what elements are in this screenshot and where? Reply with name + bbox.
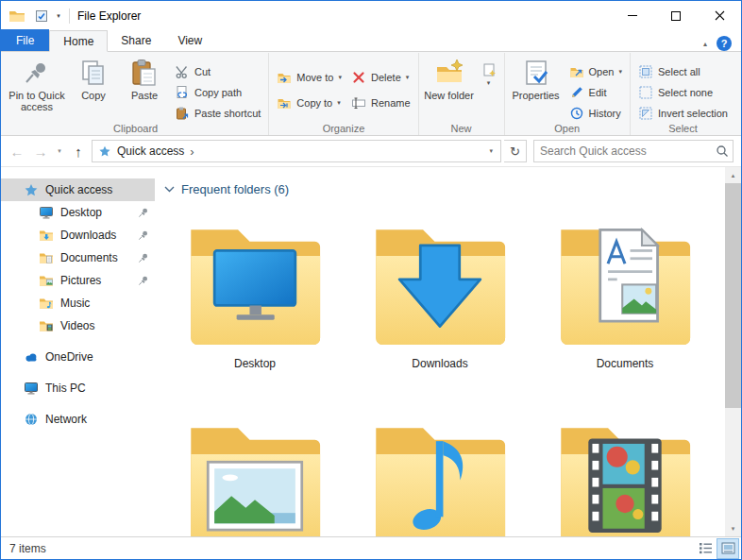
move-to-button[interactable]: Move to ▾: [272, 67, 346, 88]
new-item-button[interactable]: ▾: [477, 55, 501, 87]
scroll-up-button[interactable]: ▴: [725, 167, 741, 183]
desktop-icon: [39, 205, 54, 220]
select-group-label: Select: [631, 123, 735, 134]
folder-tile-downloads[interactable]: Downloads: [347, 212, 532, 370]
tile-label: Downloads: [412, 357, 467, 370]
history-button[interactable]: History: [565, 103, 627, 124]
window-title: File Explorer: [77, 9, 141, 23]
sidebar-item-quick-access[interactable]: Quick access: [1, 178, 155, 201]
open-button[interactable]: Open ▾: [565, 61, 627, 82]
folder-tile-videos[interactable]: Videos: [532, 410, 717, 536]
open-group-label: Open: [505, 123, 630, 134]
scrollbar-track[interactable]: [725, 183, 741, 520]
details-view-button[interactable]: [695, 539, 716, 558]
refresh-button[interactable]: ↻: [504, 140, 527, 162]
ribbon-group-select: Select all Select none Invert selection …: [631, 53, 735, 135]
maximize-button[interactable]: [654, 1, 698, 30]
sidebar-item-label: Network: [45, 413, 87, 426]
select-none-button[interactable]: Select none: [633, 82, 733, 103]
clipboard-group-label: Clipboard: [3, 123, 268, 134]
folder-tile-pictures[interactable]: Pictures: [162, 410, 347, 536]
group-collapse-chevron-icon: [164, 186, 175, 193]
help-button[interactable]: ?: [717, 36, 732, 51]
move-to-icon: [277, 70, 292, 85]
status-bar: 7 items: [1, 536, 741, 559]
sidebar-item-this-pc[interactable]: This PC: [1, 377, 155, 399]
qat-customize-dropdown[interactable]: ▾: [52, 12, 65, 20]
downloads-folder-icon: [39, 228, 54, 243]
scroll-down-button[interactable]: ▾: [725, 520, 741, 536]
sidebar-item-label: Downloads: [60, 229, 116, 242]
cut-label: Cut: [194, 66, 211, 77]
invert-selection-button[interactable]: Invert selection: [633, 103, 733, 124]
large-icons-view-button[interactable]: [717, 539, 738, 558]
select-all-button[interactable]: Select all: [633, 61, 733, 82]
sidebar-item-desktop[interactable]: Desktop: [1, 201, 155, 224]
pin-icon: [22, 58, 52, 88]
large-icons-view-icon: [721, 542, 735, 554]
copy-icon: [78, 58, 109, 88]
open-icon: [569, 64, 584, 79]
up-button[interactable]: ↑: [68, 144, 89, 160]
back-button[interactable]: ←: [7, 144, 27, 160]
folder-tile-music[interactable]: Music: [347, 410, 532, 536]
minimize-button[interactable]: [611, 1, 654, 30]
vertical-scrollbar[interactable]: ▴ ▾: [725, 167, 741, 536]
copy-path-button[interactable]: Copy path: [170, 82, 265, 103]
invert-selection-icon: [638, 106, 653, 121]
close-button[interactable]: [698, 1, 741, 30]
tab-file[interactable]: File: [1, 29, 49, 51]
folder-tile-documents[interactable]: Documents: [532, 212, 717, 370]
delete-button[interactable]: Delete ▾: [346, 67, 415, 88]
paste-shortcut-button[interactable]: Paste shortcut: [170, 103, 265, 124]
sidebar-item-label: Quick access: [45, 183, 112, 196]
paste-button[interactable]: Paste: [119, 55, 170, 101]
new-folder-button[interactable]: New folder: [422, 55, 477, 101]
properties-button[interactable]: Properties: [508, 55, 565, 101]
sidebar-item-documents[interactable]: Documents: [1, 246, 155, 269]
organize-group-label: Organize: [269, 123, 417, 134]
folder-tile-desktop[interactable]: Desktop: [162, 212, 347, 370]
qat-properties-button[interactable]: [31, 6, 52, 26]
select-none-label: Select none: [658, 87, 713, 98]
content-area: Frequent folders (6) Desktop: [155, 167, 725, 536]
documents-folder-icon: [553, 212, 697, 355]
pin-to-quick-access-button[interactable]: Pin to Quick access: [6, 55, 68, 112]
ribbon-group-new: New folder ▾ New: [419, 53, 505, 135]
search-input[interactable]: [534, 144, 712, 158]
rename-button[interactable]: Rename: [346, 93, 415, 113]
new-group-label: New: [419, 123, 504, 134]
tab-share[interactable]: Share: [108, 29, 164, 51]
properties-label: Properties: [512, 90, 559, 101]
copy-label: Copy: [81, 90, 106, 101]
edit-button[interactable]: Edit: [565, 82, 627, 103]
downloads-folder-icon: [368, 212, 512, 355]
sidebar-item-videos[interactable]: Videos: [1, 314, 155, 337]
sidebar-item-network[interactable]: Network: [1, 408, 155, 431]
breadcrumb-location[interactable]: Quick access: [117, 144, 184, 158]
tab-home[interactable]: Home: [49, 30, 108, 52]
cut-button[interactable]: Cut: [170, 61, 265, 82]
sidebar-item-music[interactable]: Music: [1, 292, 155, 314]
sidebar-item-downloads[interactable]: Downloads: [1, 224, 155, 246]
address-bar[interactable]: Quick access › ▾: [92, 140, 501, 162]
scrollbar-thumb[interactable]: [725, 183, 741, 408]
ribbon-group-organize: Move to ▾ Copy to ▾ Delete ▾: [269, 53, 418, 135]
copy-button[interactable]: Copy: [68, 55, 119, 101]
pinned-icon: [138, 207, 149, 218]
app-folder-icon: [8, 8, 25, 24]
new-folder-icon: [434, 58, 464, 88]
minimize-ribbon-button[interactable]: ▴: [703, 40, 707, 48]
breadcrumb-chevron-icon[interactable]: ›: [190, 144, 194, 159]
sidebar-item-pictures[interactable]: Pictures: [1, 269, 155, 292]
address-history-dropdown[interactable]: ▾: [485, 147, 497, 155]
forward-button[interactable]: →: [30, 144, 51, 160]
recent-locations-dropdown[interactable]: ▾: [54, 147, 65, 155]
copy-to-button[interactable]: Copy to ▾: [272, 93, 346, 113]
search-icon[interactable]: [712, 144, 733, 158]
tab-view[interactable]: View: [164, 29, 215, 51]
sidebar-item-onedrive[interactable]: OneDrive: [1, 346, 155, 368]
history-icon: [569, 106, 584, 121]
music-folder-icon: [39, 296, 54, 311]
frequent-folders-header[interactable]: Frequent folders (6): [164, 179, 725, 198]
